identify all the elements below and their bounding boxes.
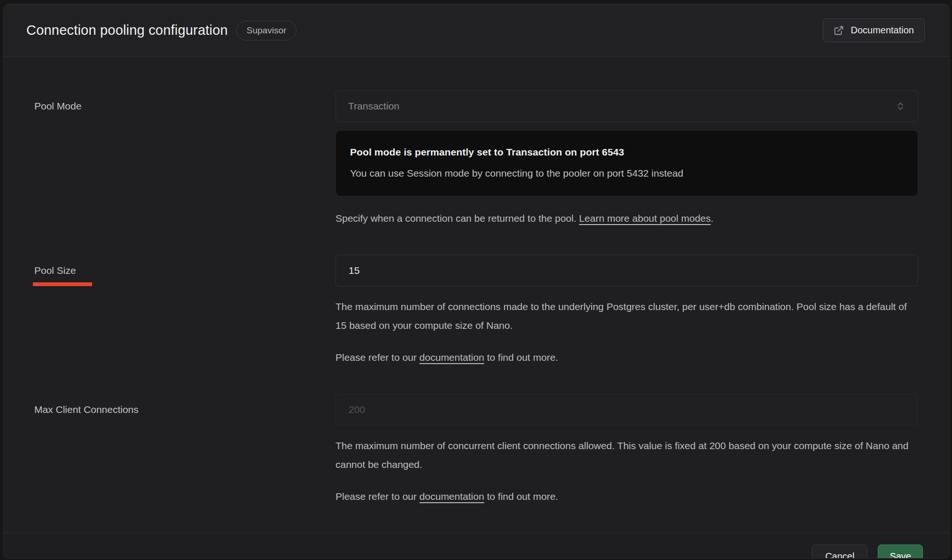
max-client-connections-field: The maximum number of concurrent client … [336,394,918,506]
documentation-button[interactable]: Documentation [823,18,925,42]
pool-size-field: The maximum number of connections made t… [336,255,918,367]
supavisor-badge: Supavisor [236,21,297,40]
pool-mode-field: Transaction Pool mode is permanently set… [336,90,918,228]
pool-mode-helper: Specify when a connection can be returne… [336,209,918,228]
pool-size-highlight-underline [33,282,92,286]
page-title: Connection pooling configuration [26,23,228,38]
save-button[interactable]: Save [878,544,923,559]
external-link-icon [834,25,844,36]
max-client-connections-row: Max Client Connections The maximum numbe… [34,394,918,506]
pool-mode-row: Pool Mode Transaction Pool mode is perma… [34,90,918,228]
max-client-docs-prefix: Please refer to our [336,491,420,502]
pool-mode-selected-value: Transaction [348,101,895,112]
pool-mode-helper-suffix: . [711,213,714,224]
pool-mode-notice: Pool mode is permanently set to Transact… [336,130,918,196]
pool-size-docs-line: Please refer to our documentation to fin… [336,348,918,367]
max-client-docs-link[interactable]: documentation [420,491,484,502]
pool-size-row: Pool Size The maximum number of connecti… [34,255,918,367]
connection-pooling-panel: Connection pooling configuration Supavis… [3,4,950,559]
chevrons-up-down-icon [895,101,905,111]
panel-body: Pool Mode Transaction Pool mode is perma… [4,57,949,533]
pool-mode-label: Pool Mode [34,90,336,228]
pool-size-label-wrap: Pool Size [34,255,336,367]
max-client-connections-input [336,394,918,426]
pool-modes-link[interactable]: Learn more about pool modes [579,213,710,224]
max-client-connections-docs-line: Please refer to our documentation to fin… [336,487,918,506]
panel-footer: Cancel Save [4,533,949,559]
max-client-docs-suffix: to find out more. [484,491,558,502]
pool-size-docs-suffix: to find out more. [484,352,558,363]
documentation-button-label: Documentation [851,25,914,36]
notice-title: Pool mode is permanently set to Transact… [350,147,904,158]
max-client-connections-label: Max Client Connections [34,394,336,506]
pool-mode-helper-text: Specify when a connection can be returne… [336,213,579,224]
pool-size-docs-prefix: Please refer to our [336,352,420,363]
pool-size-helper: The maximum number of connections made t… [336,297,918,335]
pool-size-label: Pool Size [34,255,336,276]
cancel-button[interactable]: Cancel [812,544,867,559]
pool-size-input[interactable] [336,255,918,287]
pool-mode-select[interactable]: Transaction [336,90,918,122]
max-client-connections-helper: The maximum number of concurrent client … [336,436,918,474]
notice-body: You can use Session mode by connecting t… [350,168,904,179]
panel-header: Connection pooling configuration Supavis… [4,4,949,57]
pool-size-docs-link[interactable]: documentation [420,352,484,363]
